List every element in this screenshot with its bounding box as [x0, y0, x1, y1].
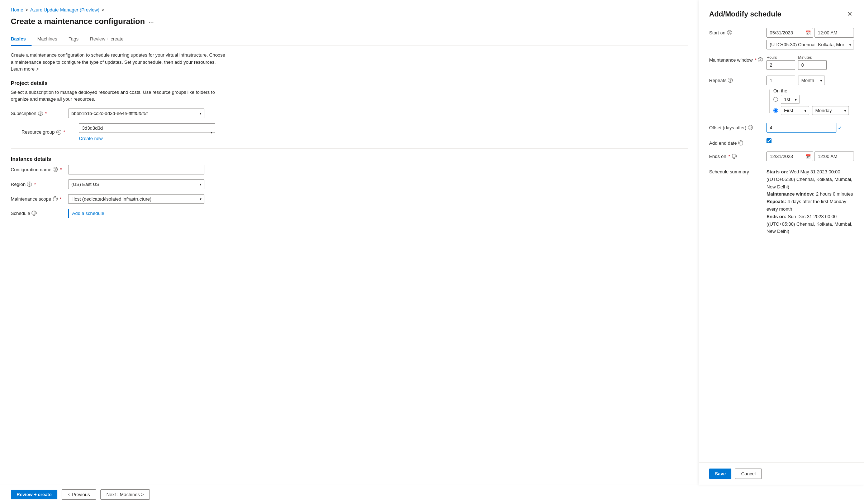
add-end-date-input-area [766, 138, 854, 143]
save-button[interactable]: Save [709, 469, 731, 479]
maintenance-scope-group: Maintenance scope ⓘ * Host (dedicated/is… [11, 194, 688, 204]
configuration-name-info-icon: ⓘ [53, 167, 58, 172]
ends-on-bold: Ends on: [766, 214, 787, 219]
region-info-icon: ⓘ [27, 182, 32, 187]
timezone-select[interactable]: (UTC+05:30) Chennai, Kolkata, Mumbai, N.… [766, 40, 854, 49]
tab-tags[interactable]: Tags [63, 33, 84, 46]
section-divider [11, 148, 688, 149]
ends-on-info-icon: ⓘ [732, 154, 737, 159]
maintenance-scope-info-icon: ⓘ [53, 196, 58, 201]
section-instance-details-title: Instance details [11, 156, 688, 162]
minutes-input[interactable] [798, 60, 827, 70]
region-label: Region ⓘ * [11, 182, 68, 187]
tab-basics[interactable]: Basics [11, 33, 32, 46]
region-select[interactable]: (US) East US [68, 179, 204, 189]
hours-minutes-row: Hours Minutes [766, 55, 854, 70]
next-button[interactable]: Next : Machines > [100, 489, 150, 500]
add-end-date-label: Add end date ⓘ [709, 138, 766, 146]
add-modify-schedule-panel: Add/Modify schedule ✕ Start on ⓘ 📅 [699, 0, 864, 485]
ends-on-calendar-icon[interactable]: 📅 [806, 154, 811, 159]
configuration-name-label: Configuration name ⓘ * [11, 167, 68, 172]
subscription-input-wrap: bbbb1b1b-cc2c-dd3d-ee4e-ffffff5f5f5f ▾ [68, 109, 204, 118]
learn-more-link[interactable]: Learn more ↗ [11, 66, 39, 72]
repeats-input-area: Month Day Week ▾ On the [766, 76, 854, 117]
ends-on-label: Ends on * ⓘ [709, 152, 766, 159]
maintenance-window-label: Maintenance window * ⓘ [709, 55, 766, 63]
schedule-summary-content: Starts on: Wed May 31 2023 00:00 ((UTC+0… [766, 167, 854, 235]
add-end-date-checkbox-row [766, 138, 854, 143]
on-the-option2-row: First Second Third Fourth Last ▾ [773, 106, 854, 115]
resource-group-required: * [63, 129, 65, 135]
order-select[interactable]: First Second Third Fourth Last [781, 106, 809, 115]
create-new-link[interactable]: Create new [79, 136, 103, 141]
configuration-name-required: * [60, 167, 62, 172]
breadcrumb-sep2: > [101, 7, 104, 13]
on-the-option1-row: 1st ▾ [773, 95, 854, 104]
tab-machines[interactable]: Machines [32, 33, 63, 46]
offset-input[interactable] [766, 123, 836, 133]
schedule-label: Schedule ⓘ [11, 211, 68, 216]
configuration-name-input-wrap [68, 165, 204, 174]
add-end-date-checkbox[interactable] [766, 138, 772, 143]
on-the-day-select-wrap: 1st ▾ [781, 95, 799, 104]
maintenance-scope-select[interactable]: Host (dedicated/isolated infrastructure) [68, 194, 204, 204]
repeats-number-input[interactable] [766, 76, 795, 85]
repeats-unit-select[interactable]: Month Day Week [798, 76, 825, 85]
section-project-details-title: Project details [11, 80, 688, 86]
subscription-info-icon: ⓘ [38, 111, 43, 116]
close-panel-button[interactable]: ✕ [846, 9, 854, 19]
breadcrumb-home[interactable]: Home [11, 7, 23, 13]
tab-review-create[interactable]: Review + create [84, 33, 129, 46]
bottom-bar: Review + create < Previous Next : Machin… [0, 485, 864, 504]
minutes-label: Minutes [798, 55, 827, 59]
offset-check-icon: ✓ [838, 125, 842, 131]
region-required: * [34, 182, 36, 187]
subscription-label: Subscription ⓘ * [11, 111, 68, 116]
schedule-group: Schedule ⓘ Add a schedule [11, 209, 688, 218]
configuration-name-input[interactable] [68, 165, 204, 174]
page-description: Create a maintenance configuration to sc… [11, 52, 226, 73]
on-the-label: On the [773, 88, 854, 93]
page-title-more-options[interactable]: ··· [148, 19, 154, 26]
weekday-select[interactable]: Monday Tuesday Wednesday Thursday Friday… [812, 106, 849, 115]
on-the-radio-1[interactable] [773, 97, 778, 102]
schedule-summary-row: Schedule summary Starts on: Wed May 31 2… [709, 167, 854, 235]
section-project-details-desc: Select a subscription to manage deployed… [11, 89, 226, 103]
repeats-bold: Repeats: [766, 199, 786, 204]
page-title: Create a maintenance configuration [11, 17, 145, 26]
start-on-calendar-icon[interactable]: 📅 [806, 30, 811, 35]
ends-on-time-input[interactable] [815, 152, 854, 161]
cancel-button[interactable]: Cancel [735, 469, 761, 479]
breadcrumb-sep1: > [25, 7, 28, 13]
on-the-day-select[interactable]: 1st [781, 95, 799, 104]
panel-title: Add/Modify schedule [709, 10, 781, 18]
starts-on-bold: Starts on: [766, 169, 788, 174]
resource-group-input-wrap: 3d3d3d3d ▾ Create new [79, 123, 215, 141]
repeats-unit-wrap: Month Day Week ▾ [798, 76, 825, 85]
timezone-wrap: (UTC+05:30) Chennai, Kolkata, Mumbai, N.… [766, 40, 854, 49]
add-end-date-row: Add end date ⓘ [709, 138, 854, 146]
start-on-date-time-row: 📅 [766, 28, 854, 38]
breadcrumb-azure-update[interactable]: Azure Update Manager (Preview) [30, 7, 99, 13]
on-the-radio-2[interactable] [773, 108, 778, 113]
start-on-time-input[interactable] [815, 28, 854, 38]
repeats-label: Repeats ⓘ [709, 76, 766, 83]
maintenance-window-info-icon: ⓘ [758, 57, 763, 62]
add-schedule-button[interactable]: Add a schedule [68, 209, 104, 218]
ends-on-date-wrap: 📅 [766, 152, 813, 161]
resource-group-label: Resource group ⓘ * [22, 129, 79, 135]
offset-input-area: ✓ [766, 123, 854, 133]
on-the-options: On the 1st ▾ [773, 88, 854, 117]
weekday-select-wrap: Monday Tuesday Wednesday Thursday Friday… [812, 106, 849, 115]
start-on-row: Start on ⓘ 📅 (UTC+05:30) Chennai, Kolkat… [709, 28, 854, 49]
resource-group-select[interactable]: 3d3d3d3d [79, 123, 215, 133]
repeats-info-icon: ⓘ [728, 78, 733, 83]
resource-group-group: Resource group ⓘ * 3d3d3d3d ▾ Create new [11, 123, 688, 141]
previous-button[interactable]: < Previous [62, 489, 96, 500]
subscription-select[interactable]: bbbb1b1b-cc2c-dd3d-ee4e-ffffff5f5f5f [68, 109, 204, 118]
resource-group-info-icon: ⓘ [56, 130, 61, 135]
review-create-button[interactable]: Review + create [11, 490, 57, 499]
maintenance-scope-label: Maintenance scope ⓘ * [11, 196, 68, 202]
hours-input[interactable] [766, 60, 795, 70]
order-select-wrap: First Second Third Fourth Last ▾ [781, 106, 809, 115]
